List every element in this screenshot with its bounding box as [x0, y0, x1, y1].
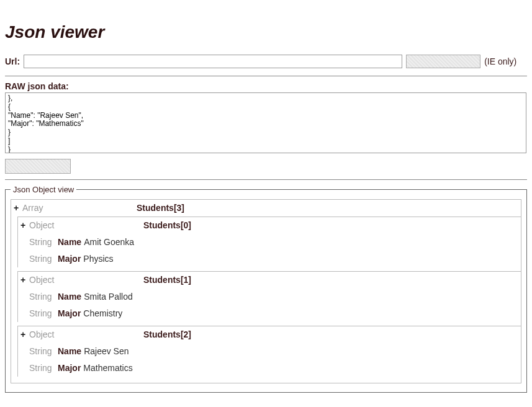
expand-icon[interactable]: + — [20, 274, 29, 287]
type-label: String — [29, 236, 58, 249]
type-label: Array — [22, 202, 56, 215]
expand-icon[interactable]: + — [20, 328, 29, 341]
type-label: String — [29, 290, 58, 303]
prop-value: Rajeev Sen — [81, 345, 128, 358]
tree-item-1-header[interactable]: + Object Students[1] — [18, 272, 521, 288]
tree-root: + Array Students[3] + Object Students[0]… — [11, 199, 521, 383]
url-label: Url: — [5, 56, 20, 66]
prop-row: String Major Mathematics — [18, 360, 521, 377]
prop-row: String Name Smita Pallod — [18, 288, 521, 305]
prop-key: Name — [58, 290, 81, 303]
parse-button[interactable] — [5, 159, 71, 174]
prop-key: Major — [58, 253, 81, 266]
prop-value: Mathematics — [81, 362, 132, 375]
fetch-button[interactable] — [406, 55, 480, 68]
expand-icon[interactable]: + — [14, 202, 22, 215]
prop-row: String Name Amit Goenka — [18, 234, 521, 251]
raw-json-label: RAW json data: — [5, 81, 527, 91]
tree-item-2: + Object Students[2] String Name Rajeev … — [17, 326, 521, 377]
prop-key: Name — [58, 236, 81, 249]
prop-key: Major — [58, 362, 81, 375]
tree-item-0-header[interactable]: + Object Students[0] — [18, 217, 521, 234]
node-label: Students[0] — [143, 219, 191, 232]
type-label: String — [29, 253, 58, 266]
tree-item-2-header[interactable]: + Object Students[2] — [18, 326, 521, 343]
objview-legend: Json Object view — [11, 185, 76, 194]
type-label: String — [29, 362, 58, 375]
url-row: Url: (IE only) — [5, 55, 527, 68]
expand-icon[interactable]: + — [20, 219, 29, 232]
prop-value: Physics — [81, 253, 113, 266]
page-title: Json viewer — [5, 22, 527, 42]
json-object-view: Json Object view + Array Students[3] + O… — [5, 185, 527, 393]
ie-only-label: (IE only) — [484, 56, 516, 66]
tree-item-0: + Object Students[0] String Name Amit Go… — [17, 217, 521, 267]
tree-root-children: + Object Students[0] String Name Amit Go… — [11, 217, 521, 383]
divider-2 — [5, 179, 527, 180]
prop-key: Major — [58, 307, 81, 320]
prop-row: String Major Physics — [18, 251, 521, 267]
type-label: String — [29, 307, 58, 320]
url-input[interactable] — [24, 55, 402, 68]
prop-row: String Name Rajeev Sen — [18, 343, 521, 360]
prop-value: Smita Pallod — [81, 290, 133, 303]
node-label: Students[2] — [143, 328, 191, 341]
raw-json-textarea[interactable] — [5, 92, 526, 153]
type-label: String — [29, 345, 58, 358]
node-label: Students[3] — [137, 202, 184, 215]
divider-1 — [5, 76, 527, 76]
prop-value: Amit Goenka — [81, 236, 134, 249]
tree-root-header[interactable]: + Array Students[3] — [11, 200, 521, 217]
prop-key: Name — [58, 345, 81, 358]
type-label: Object — [29, 274, 63, 287]
type-label: Object — [29, 219, 63, 232]
prop-row: String Major Chemistry — [18, 305, 521, 322]
prop-value: Chemistry — [81, 307, 122, 320]
node-label: Students[1] — [143, 274, 191, 287]
type-label: Object — [29, 328, 63, 341]
tree-item-1: + Object Students[1] String Name Smita P… — [17, 271, 521, 322]
